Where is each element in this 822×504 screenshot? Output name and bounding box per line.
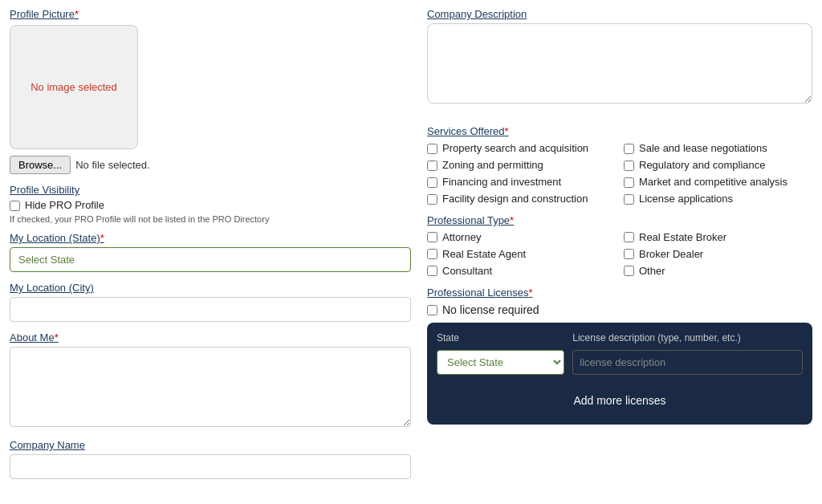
prof-type-checkbox-pt5[interactable] [427,266,437,276]
service-label-s7[interactable]: Facility design and construction [442,193,588,205]
visibility-label: Profile Visibility [10,184,411,196]
prof-type-checkbox-pt4[interactable] [624,249,634,259]
prof-type-label-pt2[interactable]: Real Estate Broker [639,231,726,243]
profile-picture-label: Profile Picture [10,8,411,20]
service-item-s1: Property search and acquisition [427,142,616,154]
service-item-s8: License applications [624,193,812,205]
service-checkbox-s5[interactable] [427,177,437,188]
prof-type-item-pt1: Attorney [427,231,616,243]
prof-type-grid: Attorney Real Estate Broker Real Estate … [427,231,812,277]
service-checkbox-s4[interactable] [624,161,634,171]
service-label-s5[interactable]: Financing and investment [442,176,561,188]
prof-type-label-pt1[interactable]: Attorney [442,231,481,243]
service-label-s1[interactable]: Property search and acquisition [442,142,588,154]
license-desc-col-label: License description (type, number, etc.) [572,332,803,343]
location-city-label: My Location (City) [10,282,411,294]
service-label-s3[interactable]: Zoning and permitting [442,159,543,171]
prof-type-label-pt4[interactable]: Broker Dealer [639,248,703,260]
state-select[interactable]: Select State [10,247,411,272]
prof-type-checkbox-pt1[interactable] [427,232,437,242]
prof-type-checkbox-pt6[interactable] [624,266,634,276]
profile-visibility-section: Profile Visibility Hide PRO Profile If c… [10,184,411,224]
about-me-field: About Me [10,331,411,429]
hide-pro-checkbox[interactable] [10,201,20,211]
services-section: Services Offered Property search and acq… [427,125,812,205]
service-label-s4[interactable]: Regulatory and compliance [639,159,766,171]
prof-type-checkbox-pt2[interactable] [624,232,634,242]
about-me-textarea[interactable] [10,347,411,427]
company-name-label: Company Name [10,439,411,451]
no-file-text: No file selected. [75,159,150,171]
prof-type-label-pt6[interactable]: Other [639,265,665,277]
no-image-text: No image selected [31,81,117,93]
services-label: Services Offered [427,125,812,137]
hide-pro-row: Hide PRO Profile [10,199,411,211]
license-state-select[interactable]: Select State [437,350,564,375]
service-item-s2: Sale and lease negotiations [624,142,812,154]
service-checkbox-s3[interactable] [427,161,437,171]
license-state-col-label: State [437,332,564,343]
right-column: Company Description Services Offered Pro… [427,8,812,489]
profile-picture-area: No image selected [10,25,138,149]
service-item-s6: Market and competitive analysis [624,176,812,188]
profile-picture-section: Profile Picture No image selected Browse… [10,8,411,174]
about-me-label: About Me [10,331,411,343]
prof-type-item-pt4: Broker Dealer [624,248,812,260]
location-state-label: My Location (State) [10,232,411,244]
service-item-s7: Facility design and construction [427,193,616,205]
add-more-licenses-button[interactable]: Add more licenses [437,386,803,415]
no-license-row: No license required [427,303,812,316]
company-name-field: Company Name [10,439,411,479]
city-input[interactable] [10,297,411,322]
no-license-label[interactable]: No license required [442,303,539,316]
service-item-s4: Regulatory and compliance [624,159,812,171]
company-desc-textarea[interactable] [427,23,812,104]
license-table-row: Select State [437,350,803,375]
service-label-s6[interactable]: Market and competitive analysis [639,176,787,188]
service-item-s5: Financing and investment [427,176,616,188]
service-item-s3: Zoning and permitting [427,159,616,171]
prof-type-item-pt2: Real Estate Broker [624,231,812,243]
prof-type-item-pt6: Other [624,265,812,277]
hide-pro-hint: If checked, your PRO Profile will not be… [10,214,411,224]
prof-type-label-pt3[interactable]: Real Estate Agent [442,248,526,260]
prof-type-item-pt3: Real Estate Agent [427,248,616,260]
hide-pro-label[interactable]: Hide PRO Profile [25,199,104,211]
service-checkbox-s1[interactable] [427,144,437,154]
no-license-checkbox[interactable] [427,305,437,315]
service-checkbox-s2[interactable] [624,144,634,154]
service-checkbox-s7[interactable] [427,194,437,205]
service-checkbox-s6[interactable] [624,177,634,188]
prof-type-label: Professional Type [427,214,812,226]
company-desc-field: Company Description [427,8,812,116]
location-city-field: My Location (City) [10,282,411,322]
service-label-s8[interactable]: License applications [639,193,733,205]
location-state-field: My Location (State) Select State [10,232,411,272]
licenses-label: Professional Licenses [427,287,812,299]
prof-type-label-pt5[interactable]: Consultant [442,265,492,277]
license-table-header: State License description (type, number,… [437,332,803,343]
services-grid: Property search and acquisition Sale and… [427,142,812,205]
prof-type-item-pt5: Consultant [427,265,616,277]
service-label-s2[interactable]: Sale and lease negotiations [639,142,767,154]
browse-row: Browse... No file selected. [10,156,411,174]
browse-button[interactable]: Browse... [10,156,71,174]
left-column: Profile Picture No image selected Browse… [10,8,411,489]
service-checkbox-s8[interactable] [624,194,634,205]
licenses-section: Professional Licenses No license require… [427,287,812,425]
license-table: State License description (type, number,… [427,323,812,425]
license-desc-input[interactable] [572,350,803,375]
prof-type-section: Professional Type Attorney Real Estate B… [427,214,812,277]
company-name-input[interactable] [10,454,411,479]
company-desc-label: Company Description [427,8,812,20]
prof-type-checkbox-pt3[interactable] [427,249,437,259]
